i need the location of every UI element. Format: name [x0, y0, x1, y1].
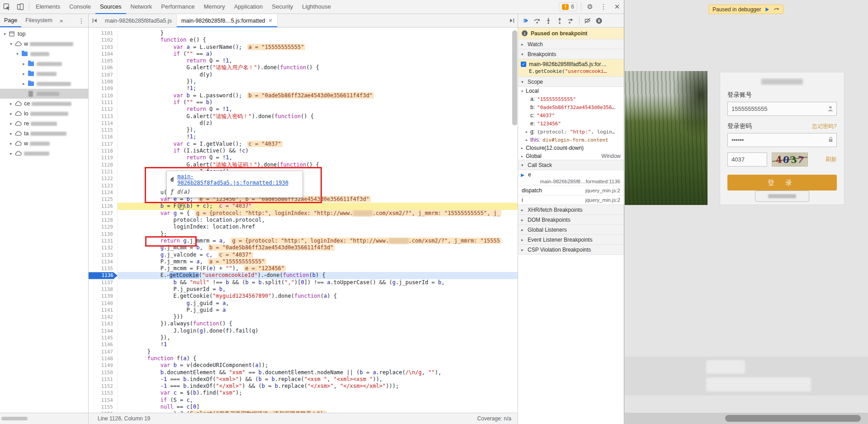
line-number[interactable]: 1140 [89, 300, 118, 307]
show-sidebar-icon[interactable] [506, 14, 518, 27]
refresh-captcha-link[interactable]: 刷新 [826, 156, 837, 163]
page-hscrollbar[interactable] [625, 413, 868, 424]
breakpoint-entry[interactable]: ✓main-9826b285f8fad5a5.js:for…E.getCooki… [518, 59, 624, 77]
code-line-1111[interactable]: 1111 if ("" == b) [89, 99, 518, 106]
expander-icon[interactable]: ▸ [8, 141, 14, 146]
kebab-menu-icon[interactable]: ⋮ [597, 0, 610, 14]
code-line-1136[interactable]: 1136 E.▸getCookie("usercomcookieId").▸do… [89, 272, 518, 279]
expander-icon[interactable]: ▸ [21, 81, 27, 86]
callstack-frame-dispatch[interactable]: dispatchjquery_min.js:2 [518, 186, 624, 195]
line-number[interactable]: 1121 [89, 168, 118, 175]
step-out-icon[interactable] [556, 17, 564, 25]
code-line-1146[interactable]: 1146 !1 [89, 341, 518, 348]
line-number[interactable]: 1105 [89, 57, 118, 64]
line-number[interactable]: 1153 [89, 390, 118, 396]
pause-on-exceptions-icon[interactable] [595, 17, 603, 25]
line-number[interactable]: 1155 [89, 404, 118, 410]
line-number[interactable]: 1108 [89, 78, 118, 85]
scope-row-Closure[interactable]: ▸Closure (12.count-down) [518, 144, 624, 152]
section-dom-breakpoints[interactable]: ▸DOM Breakpoints [518, 214, 624, 225]
section-global-listeners[interactable]: ▸Global Listeners [518, 224, 624, 235]
expander-icon[interactable]: ▾ [14, 52, 20, 56]
line-number[interactable]: 1110 [89, 92, 118, 99]
device-toolbar-icon[interactable] [14, 0, 27, 14]
section-event-listener-breakpoints[interactable]: ▸Event Listener Breakpoints [518, 234, 624, 245]
line-number[interactable]: 1143 [89, 320, 118, 327]
line-number[interactable]: 1129 [89, 224, 118, 230]
tree-item[interactable]: ▾ [0, 49, 88, 59]
tree-item[interactable]: ▸ [0, 79, 88, 89]
scope-row-e[interactable]: e:"123456" [518, 119, 624, 128]
step-over-icon[interactable] [533, 17, 541, 25]
navigator-hscrollbar[interactable] [0, 413, 88, 424]
line-number[interactable]: 1139 [89, 293, 118, 300]
file-tab-main-js[interactable]: main-9826b285f8fad5a5.js [100, 14, 177, 27]
inspect-element-icon[interactable] [0, 0, 14, 14]
code-line-1134[interactable]: 1134 P.j_mmrm = a, a = "15555555555" [89, 258, 518, 265]
scope-row-b[interactable]: b:"0ade5b86ff32ae4543d0e356… [518, 103, 624, 111]
tree-item[interactable]: ▸ [0, 69, 88, 79]
line-number[interactable]: 1149 [89, 362, 118, 369]
tab-console[interactable]: Console [65, 0, 95, 14]
line-number[interactable]: 1134 [89, 258, 118, 265]
tab-sources[interactable]: Sources [95, 0, 126, 14]
line-number[interactable]: 1124 [89, 189, 118, 196]
line-number[interactable]: 1101 [89, 30, 118, 37]
code-line-1132[interactable]: 1132 g.j_mcmm = b, b = "0ade5b86ff32ae45… [89, 244, 518, 251]
line-number[interactable]: 1102 [89, 37, 118, 43]
code-line-1140[interactable]: 1140 g.j_guid = a, [89, 300, 518, 307]
scope-row-c[interactable]: c:"4037" [518, 111, 624, 119]
code-line-1110[interactable]: 1110 var b = L.password(); b = "0ade5b86… [89, 92, 518, 99]
line-number[interactable]: 1145 [89, 334, 118, 341]
code-line-1114[interactable]: 1114 d(z) [89, 120, 518, 127]
code-line-1139[interactable]: 1139 E.getCookie("myguid1234567890").don… [89, 293, 518, 300]
expander-icon[interactable]: ▸ [8, 101, 14, 106]
code-line-1137[interactable]: 1137 b && "null" !== b && (b = b.split("… [89, 279, 518, 286]
triangle-icon[interactable]: ▾ [521, 89, 526, 93]
deactivate-breakpoints-icon[interactable] [584, 17, 592, 25]
line-number[interactable]: 1112 [89, 106, 118, 113]
line-number[interactable]: 1128 [89, 217, 118, 224]
code-line-1142[interactable]: 1142 })) [89, 314, 518, 320]
captcha-image[interactable]: 4 0 3 7 [772, 152, 808, 167]
breakpoint-checkbox[interactable]: ✓ [521, 62, 526, 67]
line-number[interactable]: 1144 [89, 328, 118, 334]
line-number[interactable]: 1118 [89, 148, 118, 154]
tab-memory[interactable]: Memory [199, 0, 230, 14]
tree-item-w[interactable]: ▾w [0, 39, 88, 49]
tree-item[interactable] [0, 89, 88, 99]
code-line-1121[interactable]: 1121 I.focus() [89, 168, 518, 175]
line-number[interactable]: 1138 [89, 286, 118, 293]
tab-security[interactable]: Security [267, 0, 297, 14]
code-line-1130[interactable]: 1130 }; [89, 231, 518, 238]
code-line-1138[interactable]: 1138 P.j_puserId = b, [89, 286, 518, 293]
tree-item[interactable]: ▸ [0, 59, 88, 69]
code-line-1123[interactable]: 1123 !1; [89, 182, 518, 189]
tab-page[interactable]: Page [0, 14, 21, 27]
code-line-1131[interactable]: 1131 return g.j_mmrm = a, g = {protocol:… [89, 238, 518, 244]
tab-network[interactable]: Network [126, 0, 157, 14]
line-number[interactable]: 1126 [89, 203, 118, 210]
file-tab-main-js-formatted[interactable]: main-9826b285f8…5.js:formatted✕ [177, 14, 278, 27]
code-line-1144[interactable]: 1144 J.login(g).done(f).fail(q) [89, 328, 518, 334]
code-line-1126[interactable]: 1126 b = F(F(b) + c); c = "4037" [89, 203, 518, 210]
tree-item-ce[interactable]: ▸ce [0, 99, 88, 109]
expander-icon[interactable]: ▸ [8, 121, 14, 126]
code-line-1135[interactable]: 1135 P.j_mcmm = F(F(e) + ""), e = "12345… [89, 265, 518, 272]
code-line-1101[interactable]: 1101 } [89, 30, 518, 37]
code-line-1104[interactable]: 1104 if ("" == a) [89, 51, 518, 57]
code-line-1150[interactable]: 1150 b.documentElement && "xsm" == b.doc… [89, 369, 518, 376]
scrollbar-thumb[interactable] [1, 417, 28, 420]
code-line-1107[interactable]: 1107 d(y) [89, 71, 518, 78]
code-line-1152[interactable]: 1152 -1 === b.indexOf("</xml>") && (b = … [89, 383, 518, 390]
code-line-1143[interactable]: 1143 }).always(function() { [89, 320, 518, 327]
account-input[interactable] [727, 102, 837, 116]
scope-row-a[interactable]: a:"15555555555" [518, 95, 624, 103]
tab-application[interactable]: Application [230, 0, 268, 14]
step-into-icon[interactable] [544, 17, 552, 25]
line-number[interactable]: 1151 [89, 376, 118, 383]
line-number[interactable]: 1154 [89, 397, 118, 404]
code-line-1125[interactable]: 1125 var e = b; e = "123456", b = "0ade5… [89, 196, 518, 203]
tree-item-w[interactable]: ▸w [0, 138, 88, 148]
line-number[interactable]: 1120 [89, 162, 118, 168]
